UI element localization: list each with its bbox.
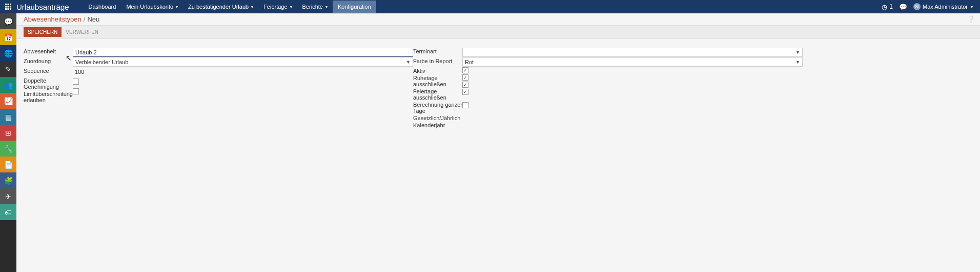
sidebar-calendar-icon[interactable]: 📅	[0, 29, 16, 45]
sidebar-people-icon[interactable]: 👥	[0, 77, 16, 93]
user-menu[interactable]: ⦿ Max Administrator ▾	[913, 3, 973, 10]
doppelte-checkbox[interactable]	[73, 79, 79, 85]
chat-icon[interactable]: 💬	[899, 3, 907, 11]
label-ruhetage: Ruhetage ausschließen	[413, 74, 462, 87]
farbe-select[interactable]: Rot ▼	[462, 57, 803, 67]
chevron-down-icon: ▾	[325, 5, 328, 9]
sidebar-puzzle-icon[interactable]: 🧩	[0, 172, 16, 188]
sidebar-globe-icon[interactable]: 🌐	[0, 45, 16, 61]
form-area: Abwesenheit Zuordnung Sequence Doppelte …	[16, 39, 980, 128]
sidebar-module-icon[interactable]: ▦	[0, 109, 16, 125]
label-limit: Limitüberschreitung erlauben	[24, 90, 73, 106]
svg-rect-8	[10, 8, 11, 10]
terminart-select[interactable]: ▼	[462, 48, 803, 57]
feiertage-checkbox[interactable]	[462, 82, 468, 88]
top-menu: Dashboard Mein Urlaubskonto▾ Zu bestätig…	[84, 1, 376, 13]
user-name: Max Administrator	[923, 4, 968, 10]
notification-count: 1	[889, 3, 893, 10]
farbe-value: Rot	[465, 59, 474, 65]
avatar-icon: ⦿	[913, 3, 921, 10]
chevron-down-icon: ▼	[406, 60, 411, 65]
label-terminart: Terminart	[413, 47, 462, 57]
svg-rect-2	[10, 4, 11, 5]
chevron-down-icon: ▾	[176, 5, 178, 9]
notification-badge[interactable]: ◷ 1	[882, 3, 893, 11]
breadcrumb: Abwesenheitstypen / Neu ❔	[16, 13, 980, 26]
svg-rect-4	[8, 6, 9, 8]
svg-rect-3	[5, 6, 7, 8]
chevron-down-icon: ▼	[795, 50, 800, 55]
menu-zu-bestaetigen[interactable]: Zu bestätigender Urlaub▾	[183, 1, 258, 13]
gesetzlich-checkbox[interactable]	[462, 102, 468, 108]
label-abwesenheit: Abwesenheit	[24, 47, 73, 57]
svg-rect-1	[8, 4, 9, 5]
breadcrumb-separator: /	[84, 15, 86, 23]
sidebar-tag-icon[interactable]: 🏷	[0, 204, 16, 220]
chevron-down-icon: ▾	[290, 5, 292, 9]
save-button[interactable]: SPEICHERN	[24, 27, 62, 37]
label-berechnung: Berechnung ganzer Tage	[413, 101, 462, 114]
aktiv-checkbox[interactable]	[462, 67, 468, 73]
sidebar-discuss-icon[interactable]: 💬	[0, 13, 16, 29]
help-icon[interactable]: ❔	[967, 15, 975, 23]
discard-button[interactable]: VERWERFEN	[62, 27, 103, 37]
svg-rect-7	[8, 8, 9, 10]
limit-checkbox[interactable]	[73, 88, 79, 94]
menu-konfiguration[interactable]: Konfiguration	[333, 1, 376, 13]
app-title: Urlaubsanträge	[16, 3, 69, 11]
form-left-column: Abwesenheit Zuordnung Sequence Doppelte …	[24, 47, 413, 128]
sidebar-grid-icon[interactable]: ⊞	[0, 125, 16, 141]
apps-icon[interactable]	[4, 3, 12, 11]
svg-rect-6	[5, 8, 7, 10]
chevron-down-icon: ▾	[971, 5, 973, 9]
label-sequence: Sequence	[24, 67, 73, 76]
label-aktiv: Aktiv	[413, 67, 462, 74]
zuordnung-select[interactable]: Verbleibender Urlaub ▼	[73, 57, 413, 67]
abwesenheit-input[interactable]	[73, 48, 413, 57]
menu-urlaubskonto[interactable]: Mein Urlaubskonto▾	[121, 1, 183, 13]
label-doppelte: Doppelte Genehmigung	[24, 76, 73, 90]
form-toolbar: SPEICHERN VERWERFEN	[16, 26, 980, 39]
ruhetage-checkbox[interactable]	[462, 74, 468, 81]
activity-icon: ◷	[882, 3, 887, 11]
chevron-down-icon: ▾	[251, 5, 253, 9]
menu-feiertage[interactable]: Feiertage▾	[258, 1, 297, 13]
sidebar-document-icon[interactable]: 📄	[0, 157, 16, 172]
label-zuordnung: Zuordnung	[24, 57, 73, 67]
sequence-input[interactable]: 100	[73, 68, 86, 76]
menu-dashboard[interactable]: Dashboard	[84, 1, 121, 13]
label-farbe: Farbe in Report	[413, 57, 462, 67]
sidebar-edit-icon[interactable]: ✎	[0, 61, 16, 77]
left-sidebar: 💬 📅 🌐 ✎ 👥 📈 ▦ ⊞ 🔧 📄 🧩 ✈ 🏷	[0, 13, 16, 272]
label-gesetzlich: Gesetzlich/Jährlich	[413, 114, 462, 121]
top-navbar: Urlaubsanträge Dashboard Mein Urlaubskon…	[0, 0, 980, 13]
breadcrumb-parent[interactable]: Abwesenheitstypen	[24, 15, 81, 23]
menu-berichte[interactable]: Berichte▾	[297, 1, 333, 13]
chevron-down-icon: ▼	[795, 60, 800, 65]
svg-rect-5	[10, 6, 11, 8]
zuordnung-value: Verbleibender Urlaub	[75, 59, 128, 65]
label-feiertage: Feiertage ausschließen	[413, 87, 462, 101]
sidebar-send-icon[interactable]: ✈	[0, 188, 16, 204]
label-kalenderjahr: Kalenderjahr	[413, 121, 462, 128]
breadcrumb-current: Neu	[87, 15, 99, 23]
svg-rect-0	[5, 4, 7, 5]
sidebar-wrench-icon[interactable]: 🔧	[0, 141, 16, 157]
form-right-column: Terminart Farbe in Report Aktiv Ruhetage…	[413, 47, 803, 128]
content-area: Abwesenheitstypen / Neu ❔ SPEICHERN VERW…	[16, 13, 980, 272]
sidebar-chart-icon[interactable]: 📈	[0, 93, 16, 109]
berechnung-checkbox[interactable]	[462, 89, 468, 95]
